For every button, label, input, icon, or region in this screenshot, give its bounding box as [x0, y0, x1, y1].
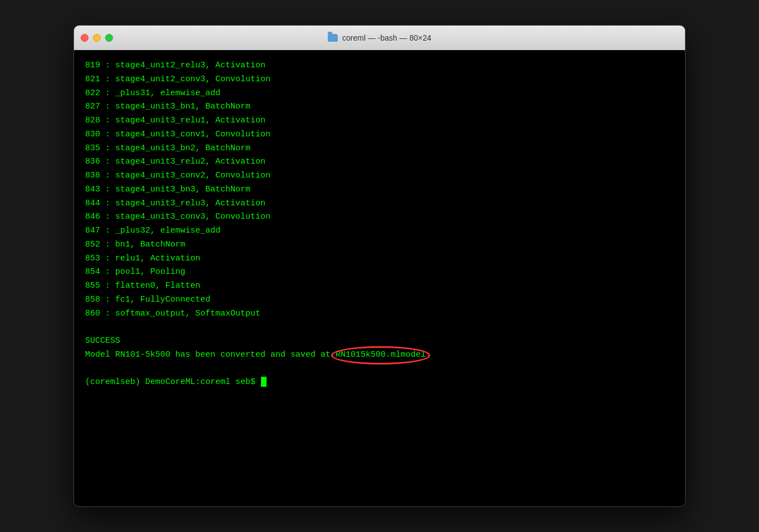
prompt-line[interactable]: (coremlseb) DemoCoreML:coreml seb$ — [85, 376, 674, 390]
terminal-line: 844 : stage4_unit3_relu3, Activation — [85, 197, 674, 211]
cursor — [261, 377, 267, 387]
terminal-line: 830 : stage4_unit3_conv1, Convolution — [85, 128, 674, 142]
maximize-button[interactable] — [105, 34, 113, 42]
model-filename: RN1015k500.mlmodel — [336, 350, 426, 359]
terminal-line: 858 : fc1, FullyConnected — [85, 293, 674, 307]
terminal-line: 835 : stage4_unit3_bn2, BatchNorm — [85, 142, 674, 156]
terminal-line: 847 : _plus32, elemwise_add — [85, 224, 674, 238]
blank-line-2 — [85, 362, 674, 376]
minimize-button[interactable] — [93, 34, 101, 42]
folder-icon — [328, 34, 338, 42]
title-text: coreml — -bash — 80×24 — [342, 33, 431, 42]
terminal-line: 846 : stage4_unit3_conv3, Convolution — [85, 210, 674, 224]
terminal-line: 821 : stage4_unit2_conv3, Convolution — [85, 73, 674, 87]
terminal-line: 852 : bn1, BatchNorm — [85, 238, 674, 252]
window-title: coreml — -bash — 80×24 — [328, 33, 431, 42]
success-line: SUCCESS — [85, 334, 674, 348]
terminal-line: 854 : pool1, Pooling — [85, 265, 674, 279]
terminal-body[interactable]: 819 : stage4_unit2_relu3, Activation821 … — [74, 50, 685, 506]
terminal-line: 843 : stage4_unit3_bn3, BatchNorm — [85, 183, 674, 197]
model-saved-prefix: Model RN101-5k500 has been converted and… — [85, 350, 336, 359]
terminal-window: coreml — -bash — 80×24 819 : stage4_unit… — [73, 25, 686, 507]
model-saved-line: Model RN101-5k500 has been converted and… — [85, 348, 674, 362]
terminal-line: 853 : relu1, Activation — [85, 252, 674, 266]
terminal-line: 838 : stage4_unit3_conv2, Convolution — [85, 169, 674, 183]
terminal-line: 827 : stage4_unit3_bn1, BatchNorm — [85, 100, 674, 114]
terminal-line: 860 : softmax_output, SoftmaxOutput — [85, 307, 674, 321]
terminal-line: 822 : _plus31, elemwise_add — [85, 87, 674, 101]
traffic-lights — [81, 34, 113, 42]
terminal-output: 819 : stage4_unit2_relu3, Activation821 … — [85, 59, 674, 321]
prompt-text: (coremlseb) DemoCoreML:coreml seb$ — [85, 377, 260, 387]
terminal-line: 819 : stage4_unit2_relu3, Activation — [85, 59, 674, 73]
close-button[interactable] — [81, 34, 88, 42]
terminal-line: 836 : stage4_unit3_relu2, Activation — [85, 155, 674, 169]
terminal-line: 828 : stage4_unit3_relu1, Activation — [85, 114, 674, 128]
titlebar: coreml — -bash — 80×24 — [74, 26, 685, 50]
model-filename-highlighted: RN1015k500.mlmodel — [336, 348, 426, 362]
blank-line — [85, 321, 674, 334]
terminal-line: 855 : flatten0, Flatten — [85, 279, 674, 293]
